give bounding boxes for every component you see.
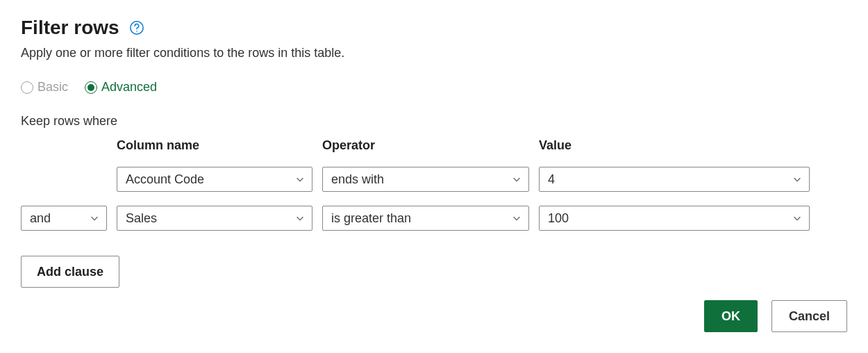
operator-select-value: ends with <box>331 172 384 187</box>
conjunction-select[interactable]: and <box>21 206 107 231</box>
add-clause-button[interactable]: Add clause <box>21 256 119 288</box>
dialog-subtitle: Apply one or more filter conditions to t… <box>21 46 847 60</box>
ok-button[interactable]: OK <box>704 300 758 332</box>
header-value: Value <box>539 138 810 153</box>
title-row: Filter rows <box>21 17 847 39</box>
chevron-down-icon <box>512 213 521 223</box>
chevron-down-icon <box>792 174 802 184</box>
chevron-down-icon <box>90 213 99 223</box>
help-icon[interactable] <box>129 20 144 35</box>
value-select-value: 4 <box>548 172 555 187</box>
mode-radio-group: Basic Advanced <box>21 80 847 95</box>
value-select[interactable]: 4 <box>539 167 810 192</box>
mode-radio-basic[interactable]: Basic <box>21 80 68 95</box>
filter-grid: Column name Operator Value Account Code … <box>21 138 847 231</box>
value-select-value: 100 <box>548 211 569 226</box>
column-select[interactable]: Account Code <box>117 167 312 192</box>
operator-select[interactable]: is greater than <box>322 206 529 231</box>
value-select[interactable]: 100 <box>539 206 810 231</box>
header-operator: Operator <box>322 138 529 153</box>
keep-rows-label: Keep rows where <box>21 114 847 129</box>
operator-select-value: is greater than <box>331 211 411 226</box>
dialog-title: Filter rows <box>21 17 119 39</box>
radio-label-advanced: Advanced <box>101 80 157 95</box>
chevron-down-icon <box>792 213 802 223</box>
svg-point-1 <box>136 31 137 32</box>
chevron-down-icon <box>295 213 305 223</box>
conjunction-select-value: and <box>30 211 51 226</box>
chevron-down-icon <box>512 174 521 184</box>
radio-icon <box>21 81 33 94</box>
cancel-button[interactable]: Cancel <box>771 300 847 332</box>
chevron-down-icon <box>295 174 305 184</box>
column-select[interactable]: Sales <box>117 206 312 231</box>
operator-select[interactable]: ends with <box>322 167 529 192</box>
column-select-value: Account Code <box>126 172 204 187</box>
radio-icon <box>85 81 97 94</box>
column-select-value: Sales <box>126 211 157 226</box>
mode-radio-advanced[interactable]: Advanced <box>85 80 157 95</box>
radio-label-basic: Basic <box>37 80 68 95</box>
filter-rows-dialog: Filter rows Apply one or more filter con… <box>0 0 868 353</box>
footer-buttons: OK Cancel <box>704 300 847 332</box>
header-column: Column name <box>117 138 312 153</box>
